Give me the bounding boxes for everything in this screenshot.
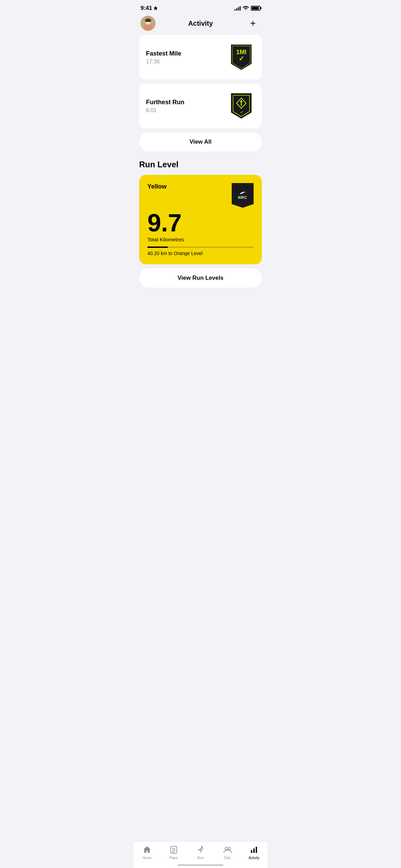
furthest-run-value: 6.01: [146, 107, 228, 113]
svg-text:✓: ✓: [239, 55, 244, 62]
run-level-section-title: Run Level: [139, 160, 262, 169]
run-level-name: Yellow: [147, 183, 167, 190]
status-bar: 9:41: [134, 0, 267, 14]
nav-header: Activity +: [134, 14, 267, 35]
furthest-run-card: Furthest Run 6.01 ✓: [139, 84, 262, 128]
nrc-badge: NRC: [232, 183, 254, 208]
battery-fill: [252, 7, 259, 10]
badge-1mi-icon: 1MI ✓: [230, 43, 253, 71]
run-level-km-label: Total Kilometres: [147, 237, 254, 242]
add-button[interactable]: +: [245, 16, 260, 31]
progress-bar-fill: [147, 246, 168, 248]
run-level-km: 9.7: [147, 210, 254, 235]
battery-icon: [251, 6, 260, 11]
run-level-card: Yellow NRC 9.7 Total Kilometres 40.20 km…: [139, 175, 262, 264]
furthest-run-title: Furthest Run: [146, 99, 228, 106]
view-all-button[interactable]: View All: [139, 132, 262, 152]
nike-swoosh-icon: [240, 191, 246, 195]
time-text: 9:41: [141, 5, 152, 12]
progress-bar: [147, 246, 254, 248]
main-content: Fastest Mile 17:36 1MI ✓ Furthest Run 6.…: [134, 35, 267, 330]
signal-bars: [234, 6, 241, 11]
fastest-mile-card: Fastest Mile 17:36 1MI ✓: [139, 35, 262, 80]
fastest-mile-info: Fastest Mile 17:36: [146, 50, 228, 65]
location-icon: [154, 6, 158, 11]
progress-label: 40.20 km to Orange Level: [147, 251, 254, 256]
svg-text:1MI: 1MI: [236, 49, 246, 56]
page-title: Activity: [188, 20, 213, 27]
run-level-header: Yellow NRC: [147, 183, 254, 208]
furthest-run-info: Furthest Run 6.01: [146, 99, 228, 113]
status-icons: [234, 6, 260, 11]
svg-text:✓: ✓: [240, 110, 243, 114]
nrc-label: NRC: [238, 195, 247, 200]
view-run-levels-button[interactable]: View Run Levels: [139, 268, 262, 288]
fastest-mile-title: Fastest Mile: [146, 50, 228, 57]
fastest-mile-badge: 1MI ✓: [228, 42, 255, 73]
avatar-image: [141, 16, 156, 31]
status-time: 9:41: [141, 5, 158, 12]
avatar[interactable]: [141, 16, 156, 31]
wifi-icon: [243, 6, 249, 11]
badge-distance-icon: ✓: [230, 92, 253, 120]
furthest-run-badge: ✓: [228, 91, 255, 121]
fastest-mile-value: 17:36: [146, 59, 228, 65]
